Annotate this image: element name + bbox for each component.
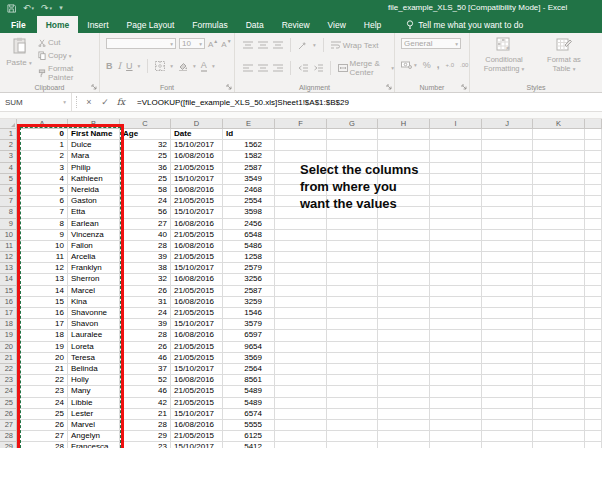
cell[interactable] [275, 375, 327, 386]
cell[interactable] [430, 330, 482, 341]
row-header-12[interactable]: 12 [0, 252, 17, 263]
row-header-6[interactable]: 6 [0, 185, 17, 196]
tab-page-layout[interactable]: Page Layout [118, 16, 184, 33]
comma-icon[interactable]: , [437, 59, 440, 70]
italic-button[interactable]: I [118, 61, 122, 71]
cell[interactable] [533, 174, 585, 185]
cell[interactable] [327, 398, 378, 409]
cell[interactable]: Lester [68, 409, 120, 420]
cell[interactable] [533, 330, 585, 341]
save-icon[interactable] [7, 4, 16, 13]
cell[interactable]: 10 [17, 241, 68, 252]
row-header-24[interactable]: 24 [0, 386, 17, 397]
cell[interactable] [533, 308, 585, 319]
row-header-19[interactable]: 19 [0, 330, 17, 341]
cell[interactable] [585, 342, 602, 353]
cell[interactable]: 21/05/2015 [171, 163, 223, 174]
cell[interactable] [378, 297, 430, 308]
cell[interactable]: 17 [17, 319, 68, 330]
cell[interactable]: 21/05/2015 [171, 353, 223, 364]
cell[interactable]: 16/08/2016 [171, 375, 223, 386]
cell[interactable]: 21/05/2015 [171, 196, 223, 207]
cell[interactable] [275, 353, 327, 364]
cell[interactable] [327, 297, 378, 308]
cell[interactable] [585, 219, 602, 230]
cell[interactable]: 3549 [223, 174, 275, 185]
fill-color-dropdown-icon[interactable]: ▾ [193, 63, 196, 69]
cell[interactable] [430, 409, 482, 420]
cell[interactable]: 5489 [223, 386, 275, 397]
cell[interactable] [430, 308, 482, 319]
cell[interactable]: 21/05/2015 [171, 230, 223, 241]
cell[interactable] [533, 386, 585, 397]
cell[interactable]: Etta [68, 207, 120, 218]
row-header-4[interactable]: 4 [0, 163, 17, 174]
insert-function-icon[interactable]: fx [113, 97, 129, 107]
cell[interactable]: 2456 [223, 219, 275, 230]
formula-input[interactable]: =VLOOKUP([file_example_XLS_50.xls]Sheet1… [137, 98, 349, 107]
cell[interactable]: 52 [120, 375, 171, 386]
number-dialog-launcher-icon[interactable] [461, 84, 467, 90]
cell[interactable] [533, 353, 585, 364]
cell[interactable]: 46 [120, 386, 171, 397]
cell[interactable] [378, 409, 430, 420]
cell[interactable]: 9654 [223, 342, 275, 353]
cell[interactable] [533, 342, 585, 353]
cell[interactable] [275, 398, 327, 409]
column-header-f[interactable]: F [275, 119, 327, 129]
cell[interactable]: Arcelia [68, 252, 120, 263]
cell[interactable]: 7 [17, 207, 68, 218]
cell[interactable]: Libbie [68, 398, 120, 409]
cell[interactable]: 21/05/2015 [171, 308, 223, 319]
cell[interactable] [430, 196, 482, 207]
row-header-11[interactable]: 11 [0, 241, 17, 252]
cell[interactable]: 15/10/2017 [171, 409, 223, 420]
cell[interactable] [275, 140, 327, 151]
cell[interactable] [585, 398, 602, 409]
cell[interactable]: 21/05/2015 [171, 252, 223, 263]
cell[interactable] [482, 252, 533, 263]
cell[interactable] [585, 386, 602, 397]
paste-button[interactable]: Paste ▾ [6, 37, 32, 67]
cell[interactable] [275, 297, 327, 308]
cell[interactable] [533, 163, 585, 174]
copy-button[interactable]: Copy ▾ [38, 51, 99, 60]
cell[interactable]: 9 [17, 230, 68, 241]
tab-insert[interactable]: Insert [78, 16, 117, 33]
cell[interactable]: 39 [120, 319, 171, 330]
cell[interactable]: 37 [120, 364, 171, 375]
cell[interactable] [378, 386, 430, 397]
row-header-2[interactable]: 2 [0, 140, 17, 151]
cell[interactable] [482, 330, 533, 341]
cell[interactable]: Earlean [68, 219, 120, 230]
cell[interactable]: Many [68, 386, 120, 397]
cell[interactable]: 27 [120, 219, 171, 230]
column-header-d[interactable]: D [171, 119, 223, 129]
cell[interactable] [482, 364, 533, 375]
cell[interactable]: Kina [68, 297, 120, 308]
cell[interactable] [327, 330, 378, 341]
cell[interactable] [482, 409, 533, 420]
customize-quick-access-icon[interactable]: ▾ [59, 0, 63, 16]
cell[interactable] [482, 151, 533, 162]
cell[interactable] [482, 274, 533, 285]
cell[interactable] [482, 174, 533, 185]
conditional-formatting-button[interactable]: ≠ Conditional Formatting ▾ [478, 37, 530, 74]
cell[interactable] [482, 319, 533, 330]
cell[interactable]: 3579 [223, 319, 275, 330]
cell[interactable] [378, 140, 430, 151]
row-header-17[interactable]: 17 [0, 308, 17, 319]
cell[interactable]: 14 [17, 286, 68, 297]
cell[interactable] [585, 185, 602, 196]
cell[interactable] [430, 263, 482, 274]
cell[interactable] [482, 308, 533, 319]
cell[interactable] [327, 319, 378, 330]
row-header-7[interactable]: 7 [0, 196, 17, 207]
cell[interactable]: Kathleen [68, 174, 120, 185]
cell[interactable] [327, 431, 378, 442]
cell[interactable] [378, 342, 430, 353]
cell[interactable] [533, 185, 585, 196]
cell[interactable]: 42 [120, 398, 171, 409]
cell[interactable]: 6125 [223, 431, 275, 442]
font-dialog-launcher-icon[interactable] [226, 84, 232, 90]
